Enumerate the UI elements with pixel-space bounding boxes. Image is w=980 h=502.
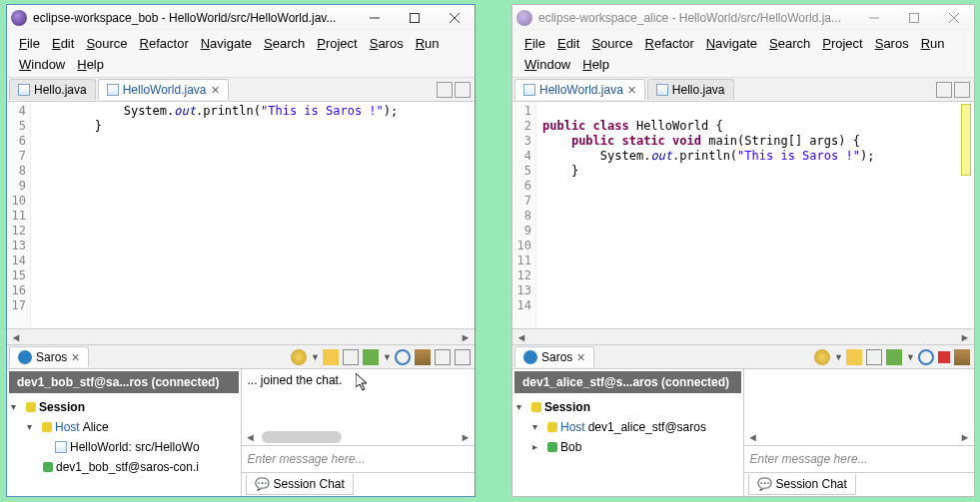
scroll-left-icon[interactable]: ◄ — [7, 331, 25, 343]
project-file[interactable]: HelloWorld: src/HelloWo — [70, 437, 200, 457]
session-chat-tab[interactable]: 💬 Session Chat — [748, 474, 856, 495]
close-icon[interactable]: ✕ — [71, 351, 80, 364]
line-gutter: 4 5 6 7 8 9 10 11 12 13 14 15 16 17 — [7, 102, 31, 328]
menu-window[interactable]: Window — [518, 54, 576, 75]
minimize-button[interactable] — [854, 5, 894, 31]
sync-icon[interactable] — [395, 349, 411, 365]
saros-view-tab[interactable]: Saros ✕ — [514, 346, 594, 367]
view-minimize-icon[interactable] — [437, 82, 453, 98]
code-editor[interactable]: System.out.println("This is Saros !"); } — [31, 102, 459, 328]
close-icon[interactable]: ✕ — [627, 84, 636, 97]
add-contact-icon[interactable] — [323, 349, 339, 365]
menu-navigate[interactable]: Navigate — [700, 33, 763, 54]
menu-source[interactable]: Source — [80, 33, 133, 54]
view-maximize-icon[interactable] — [954, 82, 970, 98]
editor-hscroll[interactable]: ◄ ► — [512, 328, 974, 344]
editor-tab[interactable]: HelloWorld.java✕ — [98, 79, 229, 100]
menu-run[interactable]: Run — [410, 33, 446, 54]
session-tree[interactable]: ▾Session ▾Host Alice HelloWorld: src/Hel… — [7, 395, 241, 479]
titlebar[interactable]: eclipse-workspace_bob - HelloWorld/src/H… — [7, 5, 475, 31]
saros-view-tab[interactable]: Saros ✕ — [9, 346, 89, 367]
session-chat-tab[interactable]: 💬 Session Chat — [246, 474, 354, 495]
session-group-icon — [26, 402, 36, 412]
scroll-right-icon[interactable]: ► — [457, 431, 475, 443]
maximize-button[interactable] — [395, 5, 435, 31]
chat-input[interactable]: Enter message here... — [744, 445, 975, 472]
session-label: Session — [39, 397, 85, 417]
view-min-icon[interactable] — [435, 349, 451, 365]
close-icon[interactable]: ✕ — [211, 84, 220, 97]
menu-source[interactable]: Source — [585, 33, 638, 54]
view-maximize-icon[interactable] — [455, 82, 471, 98]
menu-saros[interactable]: Saros — [869, 33, 915, 54]
leave-icon[interactable] — [415, 349, 431, 365]
editor-hscroll[interactable]: ◄ ► — [7, 328, 475, 344]
menu-edit[interactable]: Edit — [551, 33, 585, 54]
menu-project[interactable]: Project — [816, 33, 868, 54]
menu-saros[interactable]: Saros — [364, 33, 410, 54]
chevron-down-icon[interactable]: ▾ — [516, 397, 528, 417]
session-label: Session — [544, 397, 590, 417]
dropdown-icon[interactable]: ▼ — [311, 352, 319, 362]
menu-refactor[interactable]: Refactor — [639, 33, 700, 54]
user-entry[interactable]: dev1_bob_stf@saros-con.i — [56, 457, 199, 477]
chat-input[interactable]: Enter message here... — [242, 445, 476, 472]
chevron-down-icon[interactable]: ▾ — [27, 417, 39, 437]
menu-file[interactable]: File — [13, 33, 46, 54]
java-file-icon — [107, 84, 119, 96]
menu-refactor[interactable]: Refactor — [134, 33, 195, 54]
add-contact-icon[interactable] — [846, 349, 862, 365]
view-max-icon[interactable] — [455, 349, 471, 365]
user-entry[interactable]: Bob — [560, 437, 581, 457]
view-minimize-icon[interactable] — [936, 82, 952, 98]
editor-tabbar: Hello.javaHelloWorld.java✕ — [7, 78, 475, 102]
chevron-right-icon[interactable]: ▸ — [532, 437, 544, 457]
chevron-down-icon[interactable]: ▾ — [11, 397, 23, 417]
session-icon[interactable] — [866, 349, 882, 365]
menu-file[interactable]: File — [518, 33, 551, 54]
tab-label: Hello.java — [34, 83, 87, 97]
menu-help[interactable]: Help — [71, 54, 110, 75]
menu-navigate[interactable]: Navigate — [195, 33, 258, 54]
dropdown-icon[interactable]: ▼ — [906, 352, 914, 362]
file-icon — [55, 441, 67, 453]
close-button[interactable] — [934, 5, 974, 31]
menu-search[interactable]: Search — [763, 33, 816, 54]
java-file-icon — [18, 84, 30, 96]
scroll-left-icon[interactable]: ◄ — [242, 431, 260, 443]
maximize-button[interactable] — [894, 5, 934, 31]
minimize-button[interactable] — [355, 5, 395, 31]
menu-project[interactable]: Project — [311, 33, 363, 54]
share-icon[interactable] — [363, 349, 379, 365]
editor-tab[interactable]: Hello.java — [9, 79, 96, 100]
editor-tab[interactable]: Hello.java — [647, 79, 734, 100]
close-button[interactable] — [435, 5, 475, 31]
menu-run[interactable]: Run — [915, 33, 951, 54]
share-icon[interactable] — [886, 349, 902, 365]
stop-icon[interactable] — [938, 351, 950, 363]
host-name: Alice — [83, 417, 109, 437]
menu-help[interactable]: Help — [576, 54, 615, 75]
scroll-left-icon[interactable]: ◄ — [744, 431, 762, 443]
scroll-right-icon[interactable]: ► — [956, 331, 974, 343]
scroll-right-icon[interactable]: ► — [956, 431, 974, 443]
sync-icon[interactable] — [918, 349, 934, 365]
menu-edit[interactable]: Edit — [46, 33, 80, 54]
chevron-down-icon[interactable]: ▾ — [532, 417, 544, 437]
session-tree[interactable]: ▾Session ▾Host dev1_alice_stf@saros ▸Bob — [512, 395, 743, 459]
menu-window[interactable]: Window — [13, 54, 71, 75]
scroll-right-icon[interactable]: ► — [457, 331, 475, 343]
scroll-left-icon[interactable]: ◄ — [512, 331, 530, 343]
overview-ruler — [958, 102, 974, 328]
dropdown-icon[interactable]: ▼ — [383, 352, 391, 362]
dropdown-icon[interactable]: ▼ — [834, 352, 842, 362]
editor-tab[interactable]: HelloWorld.java✕ — [514, 79, 645, 100]
leave-icon[interactable] — [954, 349, 970, 365]
titlebar[interactable]: eclipse-workspace_alice - HelloWorld/src… — [512, 5, 974, 31]
session-icon[interactable] — [343, 349, 359, 365]
code-editor[interactable]: public class HelloWorld { public static … — [536, 102, 958, 328]
connect-icon[interactable] — [291, 349, 307, 365]
menu-search[interactable]: Search — [258, 33, 311, 54]
connect-icon[interactable] — [814, 349, 830, 365]
close-icon[interactable]: ✕ — [576, 351, 585, 364]
